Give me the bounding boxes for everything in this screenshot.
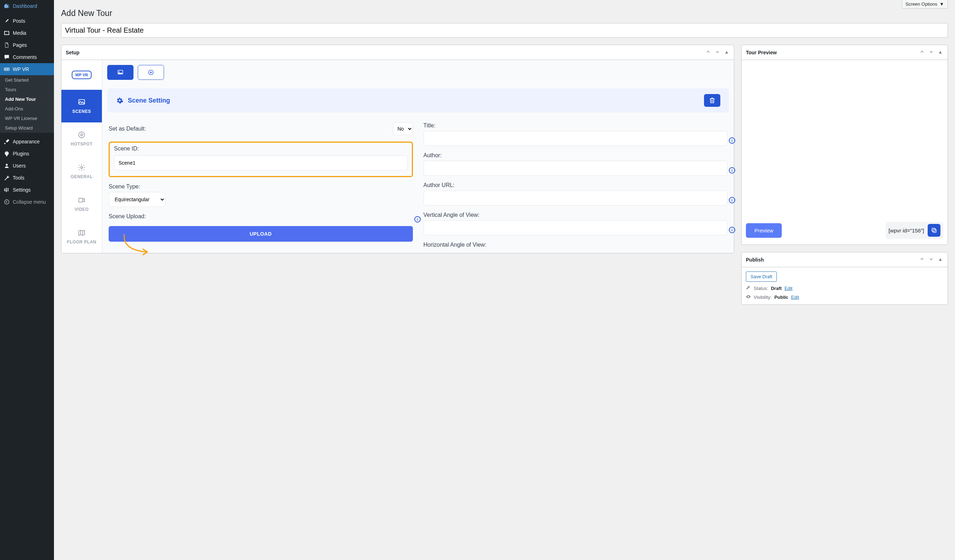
shortcode-copy-button[interactable] — [928, 224, 941, 237]
scene-id-label: Scene ID: — [114, 145, 139, 152]
title-input[interactable] — [424, 131, 728, 146]
tour-title-input[interactable] — [61, 23, 948, 38]
sliders-icon — [3, 187, 10, 193]
set-default-select[interactable]: No — [393, 122, 413, 135]
vtab-label: GENERAL — [70, 174, 93, 179]
wpvr-icon — [3, 66, 10, 72]
video-icon — [78, 196, 86, 204]
vtab-label: SCENES — [72, 109, 91, 114]
scene-id-input[interactable] — [114, 155, 407, 171]
author-input[interactable] — [424, 161, 728, 176]
author-label: Author: — [424, 152, 728, 159]
vtab-scenes[interactable]: SCENES — [61, 90, 102, 122]
menu-media[interactable]: Media — [0, 27, 54, 39]
map-icon — [78, 229, 86, 237]
menu-users[interactable]: Users — [0, 160, 54, 172]
chevron-up-icon[interactable] — [919, 256, 925, 263]
screen-options-toggle[interactable]: Screen Options ▼ — [902, 0, 948, 8]
shortcode-text: [wpvr id="156"] — [889, 227, 924, 233]
delete-scene-button[interactable] — [704, 94, 720, 107]
upload-button[interactable]: UPLOAD — [109, 226, 413, 242]
publish-panel-title: Publish — [746, 257, 764, 263]
chevron-up-icon[interactable] — [919, 48, 925, 56]
gear-icon — [116, 97, 124, 104]
svg-rect-14 — [932, 228, 935, 232]
scene-tab-1[interactable] — [107, 65, 133, 80]
horizontal-angle-label: Horizontal Angle of View: — [424, 242, 728, 248]
caret-up-icon[interactable]: ▲ — [937, 256, 943, 263]
collapse-icon — [3, 199, 10, 205]
menu-dashboard[interactable]: Dashboard — [0, 0, 54, 12]
menu-comments[interactable]: Comments — [0, 51, 54, 63]
menu-pages[interactable]: Pages — [0, 39, 54, 51]
visibility-edit-link[interactable]: Edit — [791, 294, 799, 300]
scene-setting-title: Scene Setting — [128, 97, 170, 104]
submenu-add-new-tour[interactable]: Add New Tour — [0, 94, 54, 104]
chevron-down-icon[interactable] — [928, 256, 935, 263]
svg-rect-9 — [79, 199, 83, 202]
author-url-input[interactable] — [424, 191, 728, 205]
caret-up-icon[interactable]: ▲ — [937, 48, 943, 56]
svg-point-11 — [119, 71, 120, 72]
publish-panel: Publish ▲ Save Draft — [741, 252, 948, 305]
vtab-hotspot[interactable]: HOTSPOT — [61, 122, 102, 155]
menu-label: Comments — [13, 54, 37, 60]
page-title: Add New Tour — [61, 5, 948, 20]
scene-type-select[interactable]: Equirectangular — [109, 192, 166, 207]
vtab-video[interactable]: VIDEO — [61, 188, 102, 221]
submenu-setup-wizard[interactable]: Setup Wizard — [0, 123, 54, 133]
scene-upload-label: Scene Upload: — [109, 213, 146, 220]
menu-label: Users — [13, 163, 26, 169]
visibility-value: Public — [774, 294, 788, 300]
vtab-label: FLOOR PLAN — [67, 239, 97, 244]
menu-label: Dashboard — [13, 3, 37, 9]
visibility-label: Visibility: — [754, 294, 772, 300]
chevron-up-icon[interactable] — [705, 48, 711, 56]
help-icon[interactable]: i — [729, 137, 735, 144]
copy-icon — [931, 227, 937, 233]
status-edit-link[interactable]: Edit — [784, 286, 792, 291]
submenu-wpvr: Get Started Tours Add New Tour Add-Ons W… — [0, 75, 54, 133]
user-icon — [3, 163, 10, 169]
chevron-down-icon[interactable] — [928, 48, 935, 56]
menu-tools[interactable]: Tools — [0, 172, 54, 184]
plus-icon — [148, 70, 154, 75]
help-icon[interactable]: i — [729, 167, 735, 174]
caret-up-icon[interactable]: ▲ — [723, 48, 730, 56]
image-icon — [78, 98, 86, 106]
menu-plugins[interactable]: Plugins — [0, 148, 54, 160]
gear-icon — [78, 164, 86, 171]
set-default-label: Set as Default: — [109, 126, 146, 132]
main-content: Screen Options ▼ Add New Tour Setup ▲ — [54, 0, 955, 560]
menu-label: Media — [13, 30, 26, 36]
scene-tab-add[interactable] — [138, 65, 164, 80]
preview-button[interactable]: Preview — [746, 223, 782, 238]
menu-appearance[interactable]: Appearance — [0, 136, 54, 148]
help-icon[interactable]: i — [729, 197, 735, 203]
eye-icon — [746, 294, 751, 300]
page-icon — [3, 42, 10, 48]
menu-collapse[interactable]: Collapse menu — [0, 196, 54, 208]
submenu-tours[interactable]: Tours — [0, 85, 54, 94]
vtab-general[interactable]: GENERAL — [61, 155, 102, 188]
submenu-get-started[interactable]: Get Started — [0, 75, 54, 85]
vertical-angle-input[interactable] — [424, 221, 728, 235]
preview-canvas — [745, 64, 944, 220]
help-icon[interactable]: i — [729, 227, 735, 233]
menu-posts[interactable]: Posts — [0, 15, 54, 27]
submenu-license[interactable]: WP VR License — [0, 114, 54, 123]
menu-label: Pages — [13, 42, 27, 48]
menu-wpvr[interactable]: WP VR — [0, 63, 54, 75]
help-icon[interactable]: i — [414, 216, 421, 222]
submenu-add-ons[interactable]: Add-Ons — [0, 104, 54, 114]
screen-options-label: Screen Options — [906, 2, 938, 7]
vtab-floorplan[interactable]: FLOOR PLAN — [61, 221, 102, 253]
admin-sidebar: Dashboard Posts Media Pages Comments — [0, 0, 54, 560]
vtab-label: HOTSPOT — [70, 142, 93, 147]
menu-settings[interactable]: Settings — [0, 184, 54, 196]
chevron-down-icon[interactable] — [714, 48, 721, 56]
svg-point-7 — [79, 132, 85, 138]
vertical-angle-label: Vertical Angle of View: — [424, 212, 728, 218]
scene-type-label: Scene Type: — [109, 183, 413, 190]
save-draft-button[interactable]: Save Draft — [746, 272, 777, 282]
